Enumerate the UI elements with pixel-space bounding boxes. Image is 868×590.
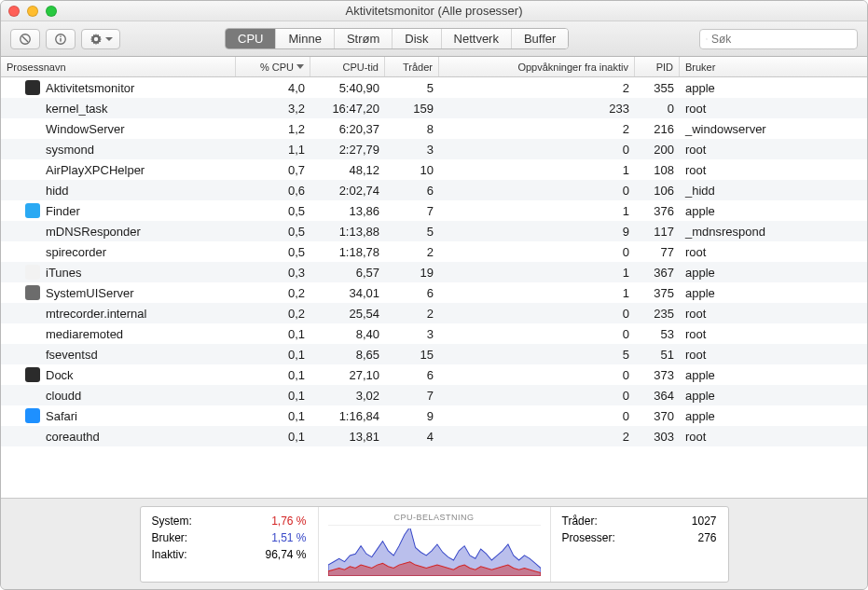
search-input[interactable] bbox=[711, 33, 851, 46]
process-cpu: 0,5 bbox=[236, 225, 310, 239]
process-pid: 355 bbox=[635, 81, 680, 95]
system-value: 1,76 % bbox=[271, 515, 306, 528]
table-row[interactable]: WindowServer1,26:20,3782216_windowserver bbox=[1, 118, 867, 139]
process-cpu-time: 48,12 bbox=[310, 163, 385, 177]
tab-strøm[interactable]: Strøm bbox=[335, 29, 393, 48]
table-row[interactable]: sysmond1,12:27,7930200root bbox=[1, 139, 867, 159]
table-row[interactable]: mediaremoted0,18,403053root bbox=[1, 323, 867, 344]
process-threads: 3 bbox=[385, 327, 439, 341]
process-cpu: 1,1 bbox=[236, 143, 310, 157]
table-row[interactable]: Safari0,11:16,8490370apple bbox=[1, 405, 867, 426]
process-awakenings: 0 bbox=[439, 409, 635, 423]
process-user: apple bbox=[680, 409, 867, 423]
process-awakenings: 0 bbox=[439, 327, 635, 341]
process-pid: 0 bbox=[635, 102, 680, 116]
gear-menu-button[interactable] bbox=[81, 29, 120, 49]
process-cpu-time: 13,86 bbox=[310, 204, 385, 218]
process-user: _windowserver bbox=[680, 122, 867, 136]
process-threads: 7 bbox=[385, 389, 439, 403]
table-row[interactable]: Finder0,513,8671376apple bbox=[1, 200, 867, 221]
process-user: _hidd bbox=[680, 184, 867, 198]
process-user: root bbox=[680, 348, 867, 362]
process-user: apple bbox=[680, 204, 867, 218]
traffic-lights bbox=[8, 6, 57, 17]
process-name: coreauthd bbox=[1, 430, 236, 444]
user-value: 1,51 % bbox=[271, 531, 306, 544]
processes-label: Prosesser: bbox=[562, 531, 615, 544]
process-user: apple bbox=[680, 266, 867, 280]
process-awakenings: 0 bbox=[439, 307, 635, 321]
process-awakenings: 2 bbox=[439, 430, 635, 444]
svg-line-6 bbox=[707, 39, 708, 40]
inspect-process-button[interactable] bbox=[46, 29, 76, 49]
app-icon bbox=[25, 367, 40, 382]
process-cpu-time: 2:02,74 bbox=[310, 184, 385, 198]
process-cpu-time: 1:16,84 bbox=[310, 409, 385, 423]
table-row[interactable]: Aktivitetsmonitor4,05:40,9052355apple bbox=[1, 77, 867, 98]
process-threads: 6 bbox=[385, 184, 439, 198]
process-table[interactable]: Aktivitetsmonitor4,05:40,9052355appleker… bbox=[1, 77, 867, 498]
col-header-name[interactable]: Prosessnavn bbox=[1, 57, 236, 76]
tab-buffer[interactable]: Buffer bbox=[512, 29, 568, 48]
process-pid: 303 bbox=[635, 430, 680, 444]
process-user: apple bbox=[680, 368, 867, 382]
stop-process-button[interactable] bbox=[10, 29, 40, 49]
col-header-time[interactable]: CPU-tid bbox=[310, 57, 385, 76]
table-row[interactable]: spirecorder0,51:18,782077root bbox=[1, 241, 867, 262]
process-awakenings: 0 bbox=[439, 389, 635, 403]
table-row[interactable]: kernel_task3,216:47,201592330root bbox=[1, 98, 867, 118]
app-icon bbox=[25, 203, 40, 218]
process-threads: 3 bbox=[385, 143, 439, 157]
col-header-user[interactable]: Bruker bbox=[680, 57, 867, 76]
process-name: WindowServer bbox=[1, 122, 236, 136]
app-icon bbox=[25, 80, 40, 95]
process-user: apple bbox=[680, 81, 867, 95]
tab-disk[interactable]: Disk bbox=[393, 29, 441, 48]
col-header-pid[interactable]: PID bbox=[635, 57, 680, 76]
process-cpu: 0,2 bbox=[236, 286, 310, 300]
process-cpu: 0,1 bbox=[236, 348, 310, 362]
process-name: mtrecorder.internal bbox=[1, 307, 236, 321]
table-row[interactable]: AirPlayXPCHelper0,748,12101108root bbox=[1, 159, 867, 180]
process-awakenings: 9 bbox=[439, 225, 635, 239]
table-row[interactable]: fseventsd0,18,6515551root bbox=[1, 344, 867, 364]
process-name: mediaremoted bbox=[1, 327, 236, 341]
tab-cpu[interactable]: CPU bbox=[226, 29, 276, 48]
table-row[interactable]: coreauthd0,113,8142303root bbox=[1, 426, 867, 446]
table-row[interactable]: mtrecorder.internal0,225,5420235root bbox=[1, 303, 867, 323]
title-bar[interactable]: Aktivitetsmonitor (Alle prosesser) bbox=[1, 1, 867, 21]
summary-left: System:1,76 % Bruker:1,51 % Inaktiv:96,7… bbox=[141, 507, 318, 582]
table-row[interactable]: SystemUIServer0,234,0161375apple bbox=[1, 282, 867, 303]
process-awakenings: 1 bbox=[439, 204, 635, 218]
svg-rect-4 bbox=[60, 35, 61, 36]
toolbar: CPUMinneStrømDiskNettverkBuffer bbox=[1, 21, 867, 57]
col-header-threads[interactable]: Tråder bbox=[385, 57, 439, 76]
process-name: spirecorder bbox=[1, 245, 236, 259]
process-threads: 9 bbox=[385, 409, 439, 423]
process-pid: 117 bbox=[635, 225, 680, 239]
summary-right: Tråder:1027 Prosesser:276 bbox=[551, 507, 728, 582]
col-header-awakenings[interactable]: Oppvåkninger fra inaktiv bbox=[439, 57, 635, 76]
close-window-button[interactable] bbox=[8, 6, 20, 17]
table-row[interactable]: Dock0,127,1060373apple bbox=[1, 364, 867, 385]
process-pid: 216 bbox=[635, 122, 680, 136]
table-row[interactable]: mDNSResponder0,51:13,8859117_mdnsrespond bbox=[1, 221, 867, 241]
minimize-window-button[interactable] bbox=[27, 6, 38, 17]
tab-minne[interactable]: Minne bbox=[276, 29, 334, 48]
col-header-cpu[interactable]: % CPU bbox=[236, 57, 310, 76]
table-row[interactable]: iTunes0,36,57191367apple bbox=[1, 262, 867, 282]
tab-nettverk[interactable]: Nettverk bbox=[442, 29, 512, 48]
search-icon bbox=[706, 34, 708, 45]
footer: System:1,76 % Bruker:1,51 % Inaktiv:96,7… bbox=[1, 498, 867, 589]
process-cpu-time: 27,10 bbox=[310, 368, 385, 382]
table-row[interactable]: cloudd0,13,0270364apple bbox=[1, 385, 867, 405]
process-user: apple bbox=[680, 389, 867, 403]
process-cpu-time: 13,81 bbox=[310, 430, 385, 444]
search-field[interactable] bbox=[699, 29, 858, 49]
process-pid: 367 bbox=[635, 266, 680, 280]
process-cpu-time: 6,57 bbox=[310, 266, 385, 280]
process-user: root bbox=[680, 102, 867, 116]
zoom-window-button[interactable] bbox=[46, 6, 57, 17]
table-row[interactable]: hidd0,62:02,7460106_hidd bbox=[1, 180, 867, 200]
process-awakenings: 1 bbox=[439, 266, 635, 280]
